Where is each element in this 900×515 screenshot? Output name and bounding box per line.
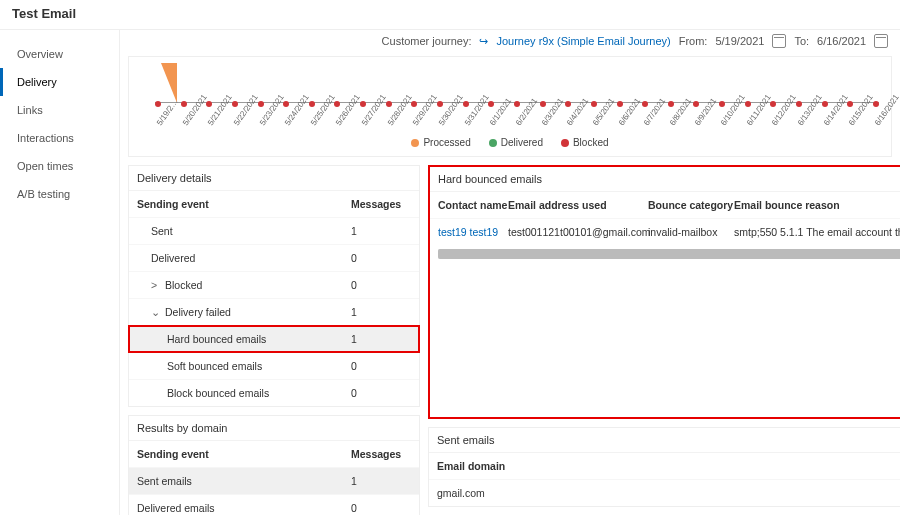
x-tick: 6/5/2021 xyxy=(591,117,602,127)
chevron-down-icon[interactable]: ⌄ xyxy=(151,306,159,318)
results-by-domain-card: Results by domain Sending event Messages… xyxy=(128,415,420,515)
row-label: Soft bounced emails xyxy=(167,360,262,372)
row-label: Sent xyxy=(151,225,173,237)
row-value: 0 xyxy=(351,279,411,291)
calendar-icon[interactable] xyxy=(772,34,786,48)
to-value[interactable]: 6/16/2021 xyxy=(817,35,866,47)
x-tick: 6/8/2021 xyxy=(668,117,679,127)
sent-email-row[interactable]: gmail.com 1 xyxy=(429,479,900,506)
page-title: Test Email xyxy=(0,0,900,30)
x-tick: 5/20/2021 xyxy=(181,117,192,127)
bounce-row[interactable]: test19 test19 test001121t00101@gmail.com… xyxy=(430,218,900,245)
data-point xyxy=(693,101,699,107)
calendar-icon[interactable] xyxy=(874,34,888,48)
delivery-details-card: Delivery details Sending event Messages … xyxy=(128,165,420,407)
row-label: Hard bounced emails xyxy=(167,333,266,345)
nav-item-overview[interactable]: Overview xyxy=(0,40,119,68)
data-point xyxy=(540,101,546,107)
horizontal-scrollbar[interactable] xyxy=(438,249,900,259)
x-tick: 6/15/2021 xyxy=(847,117,858,127)
col-email-domain: Email domain xyxy=(437,460,900,472)
data-point xyxy=(437,101,443,107)
nav-item-ab-testing[interactable]: A/B testing xyxy=(0,180,119,208)
data-point xyxy=(334,101,340,107)
nav-item-delivery[interactable]: Delivery xyxy=(0,68,119,96)
x-tick: 5/31/2021 xyxy=(463,117,474,127)
delivery-row[interactable]: Soft bounced emails0 xyxy=(129,352,419,379)
date-range-bar: Customer journey: ↪ Journey r9x (Simple … xyxy=(120,30,900,52)
sidebar: Overview Delivery Links Interactions Ope… xyxy=(0,30,120,515)
col-messages: Messages xyxy=(351,448,411,460)
domain-row[interactable]: Sent emails1 xyxy=(129,467,419,494)
delivery-row[interactable]: ⌄Delivery failed1 xyxy=(129,298,419,325)
row-value: 0 xyxy=(351,387,411,399)
col-email-used: Email address used xyxy=(508,199,648,211)
legend-blocked: Blocked xyxy=(561,137,609,148)
col-bounce-category: Bounce category xyxy=(648,199,734,211)
x-tick: 5/28/2021 xyxy=(386,117,397,127)
x-tick: 5/23/2021 xyxy=(258,117,269,127)
x-tick: 5/27/2021 xyxy=(360,117,371,127)
x-tick: 5/30/2021 xyxy=(437,117,448,127)
x-tick: 6/7/2021 xyxy=(642,117,653,127)
row-value: 0 xyxy=(351,502,411,514)
data-point xyxy=(796,101,802,107)
x-tick: 6/13/2021 xyxy=(796,117,807,127)
data-point xyxy=(309,101,315,107)
x-tick: 6/6/2021 xyxy=(617,117,628,127)
row-label: Blocked xyxy=(165,279,202,291)
data-point xyxy=(565,101,571,107)
chart-legend: Processed Delivered Blocked xyxy=(137,137,883,148)
trend-chart: 5/19/2…5/20/20215/21/20215/22/20215/23/2… xyxy=(137,61,883,131)
delivery-row[interactable]: Block bounced emails0 xyxy=(129,379,419,406)
sent-emails-title: Sent emails xyxy=(437,434,494,446)
from-value[interactable]: 5/19/2021 xyxy=(715,35,764,47)
x-tick: 6/11/2021 xyxy=(745,117,756,127)
x-tick: 6/12/2021 xyxy=(770,117,781,127)
cell-reason: smtp;550 5.1.1 The email account that yo… xyxy=(734,226,900,238)
legend-processed: Processed xyxy=(411,137,470,148)
cell-contact[interactable]: test19 test19 xyxy=(438,226,508,238)
data-point xyxy=(232,101,238,107)
data-point xyxy=(386,101,392,107)
data-point xyxy=(642,101,648,107)
row-value: 0 xyxy=(351,252,411,264)
chevron-right-icon[interactable]: > xyxy=(151,279,159,291)
journey-link[interactable]: Journey r9x (Simple Email Journey) xyxy=(496,35,670,47)
col-bounce-reason: Email bounce reason xyxy=(734,199,900,211)
data-point xyxy=(668,101,674,107)
data-point xyxy=(360,101,366,107)
row-value: 1 xyxy=(351,225,411,237)
delivery-row[interactable]: >Blocked0 xyxy=(129,271,419,298)
legend-delivered: Delivered xyxy=(489,137,543,148)
x-tick: 6/16/2021 xyxy=(873,117,884,127)
data-point xyxy=(463,101,469,107)
data-point xyxy=(745,101,751,107)
row-label: Delivered emails xyxy=(137,502,351,514)
hard-bounced-title: Hard bounced emails xyxy=(438,173,542,185)
hard-bounced-card: Hard bounced emails Contact name Email a… xyxy=(428,165,900,419)
data-point xyxy=(283,101,289,107)
nav-item-open-times[interactable]: Open times xyxy=(0,152,119,180)
sent-emails-card: Sent emails Email domain Value gmail.com… xyxy=(428,427,900,507)
nav-item-interactions[interactable]: Interactions xyxy=(0,124,119,152)
row-label: Block bounced emails xyxy=(167,387,269,399)
delivery-details-title: Delivery details xyxy=(129,166,419,191)
row-value: 1 xyxy=(351,306,411,318)
nav-item-links[interactable]: Links xyxy=(0,96,119,124)
x-tick: 6/14/2021 xyxy=(822,117,833,127)
x-tick: 5/21/2021 xyxy=(206,117,217,127)
data-point xyxy=(181,101,187,107)
data-point xyxy=(822,101,828,107)
journey-label: Customer journey: xyxy=(382,35,472,47)
data-point xyxy=(847,101,853,107)
data-point xyxy=(488,101,494,107)
delivery-row[interactable]: Hard bounced emails1 xyxy=(129,325,419,352)
x-tick: 5/29/2021 xyxy=(411,117,422,127)
x-tick: 6/2/2021 xyxy=(514,117,525,127)
delivery-row[interactable]: Delivered0 xyxy=(129,244,419,271)
delivery-row[interactable]: Sent1 xyxy=(129,217,419,244)
domain-row[interactable]: Delivered emails0 xyxy=(129,494,419,515)
data-point xyxy=(411,101,417,107)
data-point xyxy=(770,101,776,107)
